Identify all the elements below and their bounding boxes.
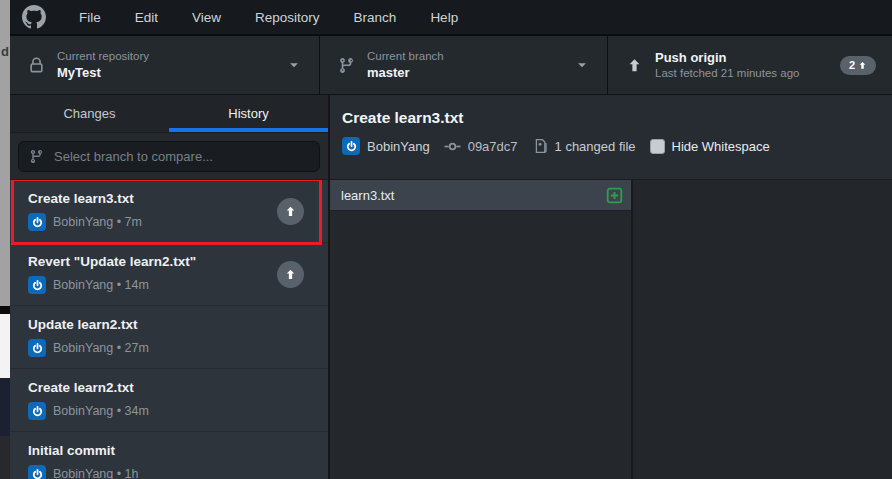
avatar: [28, 465, 46, 479]
commit-title: Update learn2.txt: [28, 317, 318, 332]
menu-item-file[interactable]: File: [62, 0, 118, 34]
commit-author-time: BobinYang • 34m: [53, 404, 149, 418]
changed-files-count: 1 changed file: [555, 139, 636, 154]
menu-item-edit[interactable]: Edit: [118, 0, 175, 34]
repository-text: Current repository MyTest: [57, 49, 149, 82]
changed-file-icon: [532, 138, 548, 154]
sidebar-tabs: Changes History: [10, 95, 328, 133]
background-window-bottom-area: [0, 436, 10, 479]
power-avatar-icon: [31, 216, 44, 229]
screen: d File Edit View Repository Branch Help: [0, 0, 892, 479]
commit-row-initial-commit[interactable]: Initial commit BobinYang • 1h: [10, 432, 328, 479]
avatar: [28, 276, 46, 294]
history-sidebar: Changes History C: [10, 95, 330, 479]
commit-hash[interactable]: 09a7dc7: [468, 139, 518, 154]
avatar: [28, 339, 46, 357]
arrow-up-icon: [284, 268, 297, 281]
unpushed-indicator: [277, 261, 304, 288]
commit-detail-panel: Create learn3.txt BobinYang 09a7dc7: [330, 95, 892, 479]
github-desktop-window: File Edit View Repository Branch Help Cu…: [10, 0, 892, 479]
commit-row-create-learn2[interactable]: Create learn2.txt BobinYang • 34m: [10, 369, 328, 432]
hide-whitespace-label: Hide Whitespace: [672, 139, 770, 154]
changed-files-list: learn3.txt: [330, 180, 633, 479]
unpushed-indicator: [277, 198, 304, 225]
commit-history-list: Create learn3.txt BobinYang • 7m: [10, 180, 328, 479]
push-count: 2: [849, 59, 855, 71]
diff-view: [633, 180, 892, 479]
power-avatar-icon: [31, 342, 44, 355]
avatar: [342, 137, 360, 155]
background-window-gray-area: d: [0, 0, 10, 306]
commit-title: Initial commit: [28, 443, 318, 458]
push-subtitle: Last fetched 21 minutes ago: [655, 66, 800, 81]
selected-tab-underline: [169, 128, 328, 132]
avatar: [28, 402, 46, 420]
current-branch-dropdown[interactable]: Current branch master: [320, 36, 608, 94]
commit-texts: Create learn2.txt BobinYang • 34m: [28, 369, 318, 431]
menu-item-branch[interactable]: Branch: [337, 0, 414, 34]
git-branch-icon: [29, 149, 44, 164]
git-branch-icon: [338, 57, 355, 74]
branch-compare-field[interactable]: [18, 141, 320, 172]
background-window-dark-strip: [0, 306, 10, 314]
commit-meta: BobinYang • 34m: [28, 402, 318, 420]
content: Changes History C: [10, 95, 892, 479]
menu-item-repository[interactable]: Repository: [238, 0, 337, 34]
menu-item-view[interactable]: View: [175, 0, 238, 34]
push-text: Push origin Last fetched 21 minutes ago: [655, 49, 800, 82]
tab-changes[interactable]: Changes: [10, 95, 169, 132]
power-avatar-icon: [31, 279, 44, 292]
power-avatar-icon: [31, 468, 44, 479]
menu-item-help[interactable]: Help: [413, 0, 475, 34]
commit-row-update-learn2[interactable]: Update learn2.txt BobinYang • 27m: [10, 306, 328, 369]
chevron-down-icon: [575, 58, 589, 72]
github-logo-icon: [22, 5, 46, 29]
push-title: Push origin: [655, 50, 800, 67]
repository-name: MyTest: [57, 65, 149, 82]
tab-history-label: History: [228, 106, 268, 121]
chevron-down-icon: [287, 58, 301, 72]
menu-bar: File Edit View Repository Branch Help: [10, 0, 892, 36]
arrow-up-icon: [858, 61, 867, 70]
power-avatar-icon: [31, 405, 44, 418]
added-file-icon: [606, 187, 623, 204]
commit-texts: Update learn2.txt BobinYang • 27m: [28, 306, 318, 368]
commit-texts: Create learn3.txt BobinYang • 7m: [28, 180, 277, 242]
commit-detail-header: Create learn3.txt BobinYang 09a7dc7: [330, 95, 892, 180]
current-repository-dropdown[interactable]: Current repository MyTest: [10, 36, 320, 94]
commit-texts: Initial commit BobinYang • 1h: [28, 432, 318, 479]
commit-author-time: BobinYang • 7m: [53, 215, 142, 229]
branch-name: master: [367, 65, 444, 82]
commit-author-time: BobinYang • 1h: [53, 467, 138, 479]
commit-meta: BobinYang • 14m: [28, 276, 277, 294]
commit-title: Revert "Update learn2.txt": [28, 254, 277, 269]
git-commit-icon: [444, 138, 461, 155]
arrow-up-icon: [284, 205, 297, 218]
toolbar: Current repository MyTest Current branch…: [10, 36, 892, 95]
file-row-learn3[interactable]: learn3.txt: [330, 180, 631, 211]
commit-row-revert-update-learn2[interactable]: Revert "Update learn2.txt" BobinYang • 1…: [10, 243, 328, 306]
lock-icon: [28, 57, 45, 74]
background-window-navy-area: [0, 378, 10, 436]
avatar: [28, 213, 46, 231]
commit-row-create-learn3[interactable]: Create learn3.txt BobinYang • 7m: [10, 180, 328, 243]
tab-history[interactable]: History: [169, 95, 328, 132]
tab-changes-label: Changes: [63, 106, 115, 121]
commit-detail-title: Create learn3.txt: [342, 109, 876, 127]
repository-label: Current repository: [57, 49, 149, 64]
commit-meta: BobinYang • 27m: [28, 339, 318, 357]
background-window-sliver: d: [0, 0, 10, 479]
background-window-white-area: [0, 314, 10, 378]
commit-author-time: BobinYang • 14m: [53, 278, 149, 292]
branch-text: Current branch master: [367, 49, 444, 82]
branch-compare-input[interactable]: [52, 148, 309, 165]
commit-detail-author: BobinYang: [367, 139, 430, 154]
power-avatar-icon: [345, 140, 358, 153]
commit-meta: BobinYang • 7m: [28, 213, 277, 231]
push-count-badge: 2: [840, 56, 876, 75]
commit-title: Create learn3.txt: [28, 191, 277, 206]
hide-whitespace-checkbox[interactable]: [650, 139, 665, 154]
file-name: learn3.txt: [341, 188, 606, 203]
commit-meta: BobinYang • 1h: [28, 465, 318, 479]
push-origin-button[interactable]: Push origin Last fetched 21 minutes ago …: [608, 36, 892, 94]
